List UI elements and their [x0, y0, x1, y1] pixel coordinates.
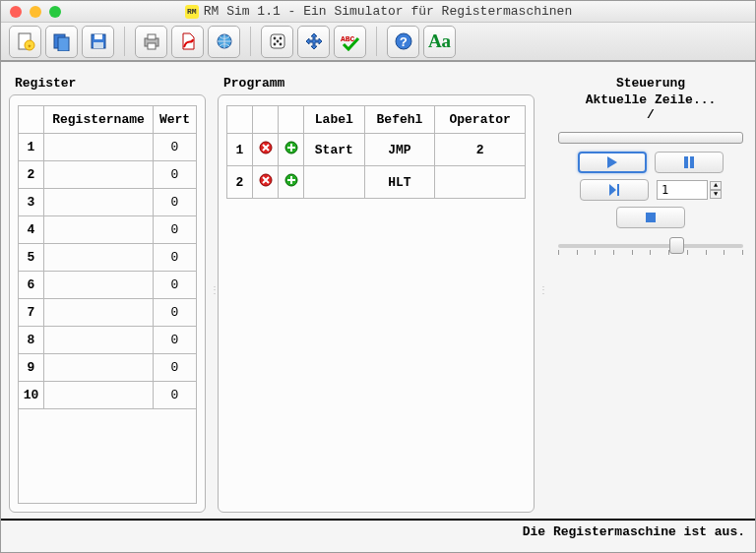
add-row-button[interactable]	[279, 134, 304, 166]
step-spinner[interactable]: ▲ ▼	[657, 180, 722, 200]
svg-point-13	[273, 37, 276, 40]
register-value-cell[interactable]: 0	[154, 299, 197, 327]
control-progress	[558, 132, 743, 144]
register-col-num	[19, 106, 44, 134]
register-value-cell[interactable]: 0	[154, 189, 197, 216]
svg-rect-10	[148, 43, 156, 49]
save-button[interactable]	[82, 26, 114, 58]
status-bar: Die Registermaschine ist aus.	[1, 519, 755, 542]
delete-icon[interactable]	[258, 172, 274, 188]
register-value-cell[interactable]: 0	[154, 382, 197, 409]
register-value-cell[interactable]: 0	[154, 354, 197, 382]
register-row: 10	[19, 134, 197, 161]
register-row: 90	[19, 354, 197, 382]
dice-button[interactable]	[261, 26, 293, 58]
program-col-operator: Operator	[435, 106, 526, 134]
pause-button[interactable]	[655, 152, 724, 173]
open-button[interactable]	[45, 26, 78, 58]
register-row-num: 4	[19, 216, 44, 244]
spellcheck-button[interactable]: ABC	[334, 26, 366, 58]
register-name-cell[interactable]	[44, 161, 154, 189]
font-button[interactable]: Aa	[423, 26, 456, 58]
svg-rect-26	[690, 156, 694, 168]
app-icon: RM	[185, 5, 199, 19]
delete-icon[interactable]	[258, 140, 274, 155]
register-name-cell[interactable]	[44, 354, 154, 382]
program-label-cell[interactable]: Start	[304, 134, 365, 166]
program-col-del	[253, 106, 279, 134]
speed-slider[interactable]	[558, 244, 743, 248]
register-row: 20	[19, 161, 197, 189]
play-button[interactable]	[578, 152, 647, 173]
stop-button[interactable]	[616, 207, 685, 228]
move-button[interactable]	[297, 26, 330, 58]
register-row-num: 3	[19, 189, 44, 216]
svg-text:?: ?	[400, 35, 408, 50]
program-panel: Label Befehl Operator 1StartJMP22HLT	[218, 94, 535, 513]
register-value-cell[interactable]: 0	[154, 327, 197, 354]
svg-point-14	[279, 37, 282, 40]
register-row-num: 7	[19, 299, 44, 327]
control-current-line: Aktuelle Zeile...	[554, 92, 747, 107]
register-value-cell[interactable]: 0	[154, 244, 197, 272]
svg-text:ABC: ABC	[341, 34, 355, 43]
register-name-cell[interactable]	[44, 134, 154, 161]
program-table: Label Befehl Operator 1StartJMP22HLT	[226, 105, 526, 199]
control-title: Steuerung	[554, 76, 747, 91]
register-row-num: 2	[19, 161, 44, 189]
register-row: 100	[19, 382, 197, 409]
register-value-cell[interactable]: 0	[154, 272, 197, 299]
step-button[interactable]	[580, 179, 649, 201]
svg-rect-6	[94, 34, 102, 39]
program-row: 2HLT	[227, 166, 526, 199]
program-label-cell[interactable]	[304, 166, 365, 199]
program-operator-cell[interactable]	[435, 166, 526, 199]
register-value-cell[interactable]: 0	[154, 134, 197, 161]
add-icon[interactable]	[284, 172, 299, 188]
register-row: 30	[19, 189, 197, 216]
register-value-cell[interactable]: 0	[154, 216, 197, 244]
status-text: Die Registermaschine ist aus.	[523, 524, 745, 539]
register-row-num: 6	[19, 272, 44, 299]
step-down-icon[interactable]: ▼	[710, 190, 722, 199]
add-icon[interactable]	[284, 140, 299, 155]
register-table: Registername Wert 102030405060708090100	[18, 105, 197, 409]
program-row-num: 1	[227, 134, 253, 166]
svg-rect-25	[684, 156, 688, 168]
register-row-num: 10	[19, 382, 44, 409]
program-operator-cell[interactable]: 2	[435, 134, 526, 166]
program-command-cell[interactable]: HLT	[364, 166, 435, 199]
splitter-left[interactable]: ⋮	[210, 68, 214, 513]
pdf-button[interactable]	[171, 26, 204, 58]
zoom-icon[interactable]	[49, 6, 61, 18]
step-input[interactable]	[657, 180, 708, 200]
new-button[interactable]: ✦	[9, 26, 41, 58]
register-name-cell[interactable]	[44, 299, 154, 327]
print-button[interactable]	[135, 26, 167, 58]
program-command-cell[interactable]: JMP	[364, 134, 435, 166]
svg-point-15	[276, 40, 279, 43]
add-row-button[interactable]	[279, 166, 304, 199]
register-name-cell[interactable]	[44, 244, 154, 272]
register-name-cell[interactable]	[44, 189, 154, 216]
splitter-right[interactable]: ⋮	[538, 68, 542, 513]
register-name-cell[interactable]	[44, 216, 154, 244]
slider-thumb-icon[interactable]	[669, 237, 684, 254]
step-up-icon[interactable]: ▲	[710, 181, 722, 190]
program-col-num	[227, 106, 253, 134]
close-icon[interactable]	[10, 6, 22, 18]
register-row: 80	[19, 327, 197, 354]
svg-rect-4	[58, 37, 69, 51]
web-button[interactable]	[208, 26, 240, 58]
program-col-add	[279, 106, 304, 134]
register-name-cell[interactable]	[44, 327, 154, 354]
delete-row-button[interactable]	[253, 166, 279, 199]
minimize-icon[interactable]	[30, 6, 41, 18]
delete-row-button[interactable]	[253, 134, 279, 166]
svg-rect-28	[646, 213, 656, 222]
help-button[interactable]: ?	[387, 26, 419, 58]
register-row-num: 5	[19, 244, 44, 272]
register-value-cell[interactable]: 0	[154, 161, 197, 189]
register-name-cell[interactable]	[44, 272, 154, 299]
register-name-cell[interactable]	[44, 382, 154, 409]
